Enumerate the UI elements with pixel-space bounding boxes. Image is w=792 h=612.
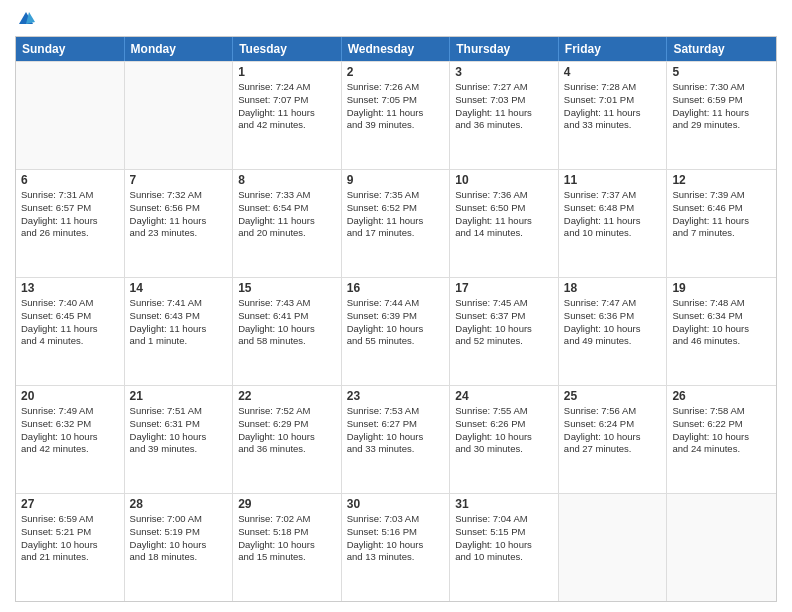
cell-info: Sunrise: 7:53 AMSunset: 6:27 PMDaylight:… [347, 405, 445, 456]
cell-info: Sunrise: 7:04 AMSunset: 5:15 PMDaylight:… [455, 513, 553, 564]
calendar-header: SundayMondayTuesdayWednesdayThursdayFrid… [16, 37, 776, 61]
cell-info: Sunrise: 7:02 AMSunset: 5:18 PMDaylight:… [238, 513, 336, 564]
cell-info: Sunrise: 7:49 AMSunset: 6:32 PMDaylight:… [21, 405, 119, 456]
cell-info: Sunrise: 7:28 AMSunset: 7:01 PMDaylight:… [564, 81, 662, 132]
cell-info: Sunrise: 7:47 AMSunset: 6:36 PMDaylight:… [564, 297, 662, 348]
day-number: 12 [672, 173, 771, 187]
calendar-cell-16: 16Sunrise: 7:44 AMSunset: 6:39 PMDayligh… [342, 278, 451, 385]
cell-info: Sunrise: 7:24 AMSunset: 7:07 PMDaylight:… [238, 81, 336, 132]
logo [15, 10, 35, 28]
calendar-cell-11: 11Sunrise: 7:37 AMSunset: 6:48 PMDayligh… [559, 170, 668, 277]
cell-info: Sunrise: 7:33 AMSunset: 6:54 PMDaylight:… [238, 189, 336, 240]
header-day-wednesday: Wednesday [342, 37, 451, 61]
day-number: 7 [130, 173, 228, 187]
day-number: 3 [455, 65, 553, 79]
day-number: 4 [564, 65, 662, 79]
calendar: SundayMondayTuesdayWednesdayThursdayFrid… [15, 36, 777, 602]
cell-info: Sunrise: 7:41 AMSunset: 6:43 PMDaylight:… [130, 297, 228, 348]
day-number: 11 [564, 173, 662, 187]
header-day-sunday: Sunday [16, 37, 125, 61]
calendar-cell-empty-0-1 [125, 62, 234, 169]
day-number: 29 [238, 497, 336, 511]
calendar-cell-20: 20Sunrise: 7:49 AMSunset: 6:32 PMDayligh… [16, 386, 125, 493]
calendar-cell-empty-4-5 [559, 494, 668, 601]
day-number: 22 [238, 389, 336, 403]
calendar-cell-25: 25Sunrise: 7:56 AMSunset: 6:24 PMDayligh… [559, 386, 668, 493]
header-day-monday: Monday [125, 37, 234, 61]
cell-info: Sunrise: 7:27 AMSunset: 7:03 PMDaylight:… [455, 81, 553, 132]
day-number: 21 [130, 389, 228, 403]
day-number: 16 [347, 281, 445, 295]
cell-info: Sunrise: 7:45 AMSunset: 6:37 PMDaylight:… [455, 297, 553, 348]
cell-info: Sunrise: 7:39 AMSunset: 6:46 PMDaylight:… [672, 189, 771, 240]
day-number: 24 [455, 389, 553, 403]
page: SundayMondayTuesdayWednesdayThursdayFrid… [0, 0, 792, 612]
calendar-cell-27: 27Sunrise: 6:59 AMSunset: 5:21 PMDayligh… [16, 494, 125, 601]
calendar-cell-3: 3Sunrise: 7:27 AMSunset: 7:03 PMDaylight… [450, 62, 559, 169]
calendar-cell-29: 29Sunrise: 7:02 AMSunset: 5:18 PMDayligh… [233, 494, 342, 601]
calendar-cell-1: 1Sunrise: 7:24 AMSunset: 7:07 PMDaylight… [233, 62, 342, 169]
calendar-cell-30: 30Sunrise: 7:03 AMSunset: 5:16 PMDayligh… [342, 494, 451, 601]
day-number: 25 [564, 389, 662, 403]
day-number: 26 [672, 389, 771, 403]
day-number: 31 [455, 497, 553, 511]
cell-info: Sunrise: 7:56 AMSunset: 6:24 PMDaylight:… [564, 405, 662, 456]
calendar-cell-5: 5Sunrise: 7:30 AMSunset: 6:59 PMDaylight… [667, 62, 776, 169]
cell-info: Sunrise: 7:40 AMSunset: 6:45 PMDaylight:… [21, 297, 119, 348]
calendar-cell-23: 23Sunrise: 7:53 AMSunset: 6:27 PMDayligh… [342, 386, 451, 493]
cell-info: Sunrise: 7:03 AMSunset: 5:16 PMDaylight:… [347, 513, 445, 564]
day-number: 10 [455, 173, 553, 187]
day-number: 9 [347, 173, 445, 187]
cell-info: Sunrise: 7:44 AMSunset: 6:39 PMDaylight:… [347, 297, 445, 348]
header-day-friday: Friday [559, 37, 668, 61]
calendar-cell-14: 14Sunrise: 7:41 AMSunset: 6:43 PMDayligh… [125, 278, 234, 385]
cell-info: Sunrise: 7:52 AMSunset: 6:29 PMDaylight:… [238, 405, 336, 456]
calendar-cell-19: 19Sunrise: 7:48 AMSunset: 6:34 PMDayligh… [667, 278, 776, 385]
calendar-cell-24: 24Sunrise: 7:55 AMSunset: 6:26 PMDayligh… [450, 386, 559, 493]
calendar-row-1: 6Sunrise: 7:31 AMSunset: 6:57 PMDaylight… [16, 169, 776, 277]
cell-info: Sunrise: 7:26 AMSunset: 7:05 PMDaylight:… [347, 81, 445, 132]
day-number: 28 [130, 497, 228, 511]
calendar-cell-2: 2Sunrise: 7:26 AMSunset: 7:05 PMDaylight… [342, 62, 451, 169]
calendar-cell-empty-4-6 [667, 494, 776, 601]
cell-info: Sunrise: 7:35 AMSunset: 6:52 PMDaylight:… [347, 189, 445, 240]
calendar-cell-21: 21Sunrise: 7:51 AMSunset: 6:31 PMDayligh… [125, 386, 234, 493]
cell-info: Sunrise: 7:32 AMSunset: 6:56 PMDaylight:… [130, 189, 228, 240]
day-number: 5 [672, 65, 771, 79]
cell-info: Sunrise: 7:30 AMSunset: 6:59 PMDaylight:… [672, 81, 771, 132]
cell-info: Sunrise: 7:55 AMSunset: 6:26 PMDaylight:… [455, 405, 553, 456]
calendar-cell-12: 12Sunrise: 7:39 AMSunset: 6:46 PMDayligh… [667, 170, 776, 277]
day-number: 2 [347, 65, 445, 79]
day-number: 1 [238, 65, 336, 79]
calendar-cell-7: 7Sunrise: 7:32 AMSunset: 6:56 PMDaylight… [125, 170, 234, 277]
day-number: 15 [238, 281, 336, 295]
cell-info: Sunrise: 7:58 AMSunset: 6:22 PMDaylight:… [672, 405, 771, 456]
cell-info: Sunrise: 7:36 AMSunset: 6:50 PMDaylight:… [455, 189, 553, 240]
cell-info: Sunrise: 7:31 AMSunset: 6:57 PMDaylight:… [21, 189, 119, 240]
calendar-cell-28: 28Sunrise: 7:00 AMSunset: 5:19 PMDayligh… [125, 494, 234, 601]
calendar-cell-4: 4Sunrise: 7:28 AMSunset: 7:01 PMDaylight… [559, 62, 668, 169]
calendar-cell-15: 15Sunrise: 7:43 AMSunset: 6:41 PMDayligh… [233, 278, 342, 385]
calendar-cell-22: 22Sunrise: 7:52 AMSunset: 6:29 PMDayligh… [233, 386, 342, 493]
cell-info: Sunrise: 7:37 AMSunset: 6:48 PMDaylight:… [564, 189, 662, 240]
calendar-row-3: 20Sunrise: 7:49 AMSunset: 6:32 PMDayligh… [16, 385, 776, 493]
day-number: 6 [21, 173, 119, 187]
day-number: 17 [455, 281, 553, 295]
day-number: 23 [347, 389, 445, 403]
calendar-cell-6: 6Sunrise: 7:31 AMSunset: 6:57 PMDaylight… [16, 170, 125, 277]
calendar-row-0: 1Sunrise: 7:24 AMSunset: 7:07 PMDaylight… [16, 61, 776, 169]
day-number: 18 [564, 281, 662, 295]
header [15, 10, 777, 28]
logo-icon [17, 10, 35, 28]
day-number: 14 [130, 281, 228, 295]
cell-info: Sunrise: 7:51 AMSunset: 6:31 PMDaylight:… [130, 405, 228, 456]
day-number: 8 [238, 173, 336, 187]
cell-info: Sunrise: 7:48 AMSunset: 6:34 PMDaylight:… [672, 297, 771, 348]
cell-info: Sunrise: 6:59 AMSunset: 5:21 PMDaylight:… [21, 513, 119, 564]
calendar-cell-31: 31Sunrise: 7:04 AMSunset: 5:15 PMDayligh… [450, 494, 559, 601]
header-day-saturday: Saturday [667, 37, 776, 61]
day-number: 20 [21, 389, 119, 403]
calendar-row-4: 27Sunrise: 6:59 AMSunset: 5:21 PMDayligh… [16, 493, 776, 601]
calendar-body: 1Sunrise: 7:24 AMSunset: 7:07 PMDaylight… [16, 61, 776, 601]
cell-info: Sunrise: 7:00 AMSunset: 5:19 PMDaylight:… [130, 513, 228, 564]
